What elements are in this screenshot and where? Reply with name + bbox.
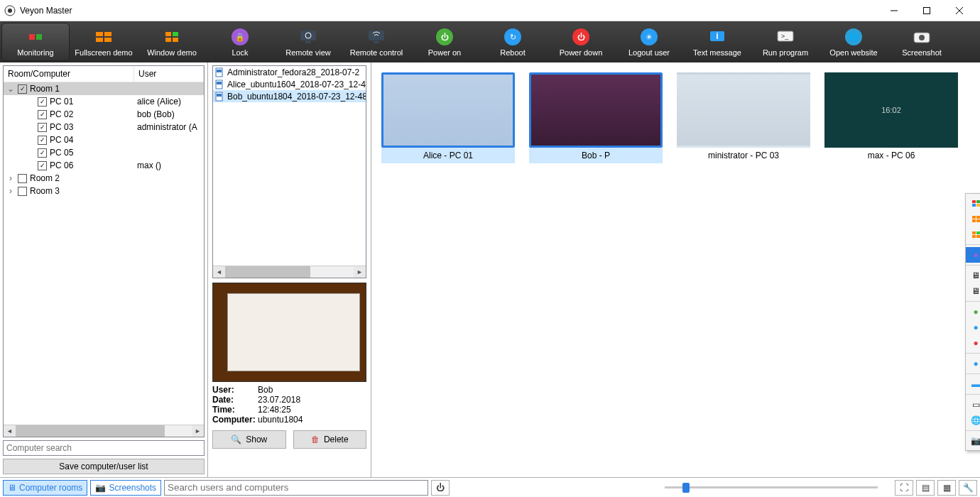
close-button[interactable]: [943, 0, 976, 21]
computer-search-input[interactable]: [3, 440, 205, 456]
tree-room-row[interactable]: ›Room 3: [4, 185, 204, 197]
document-icon: [214, 67, 224, 77]
scroll-right-arrow[interactable]: ►: [354, 266, 366, 278]
svg-rect-20: [217, 82, 222, 84]
screenshot-list-item[interactable]: Bob_ubuntu1804_2018-07-23_12-48: [213, 90, 366, 102]
context-menu-item[interactable]: ●Power on: [966, 304, 980, 320]
context-menu-item[interactable]: ●Lock: [966, 247, 980, 263]
tree-room-row[interactable]: ›Room 2: [4, 172, 204, 185]
tree-pc-row[interactable]: PC 05: [4, 146, 204, 159]
checkbox[interactable]: [38, 148, 47, 158]
auto-fit-button[interactable]: ⛶: [895, 480, 913, 496]
context-menu-icon: 🌐: [970, 415, 980, 425]
tree-row-label: Room 2: [30, 173, 60, 183]
toolbar-remote-view[interactable]: Remote view: [274, 23, 342, 61]
context-menu-icon: ●: [970, 338, 980, 348]
scroll-left-arrow[interactable]: ◄: [213, 266, 225, 278]
toolbar-run-program[interactable]: >_ Run program: [751, 23, 820, 61]
search-users-input[interactable]: [164, 480, 428, 496]
toolbar-remote-control[interactable]: Remote control: [342, 23, 410, 61]
maximize-button[interactable]: [910, 0, 943, 21]
tree-pc-row[interactable]: PC 01alice (Alice): [4, 95, 204, 108]
context-menu-item[interactable]: 📷Screenshot: [966, 433, 980, 449]
app-icon: [4, 5, 16, 16]
toolbar-lock[interactable]: 🔒 Lock: [206, 23, 274, 61]
tree-horizontal-scrollbar[interactable]: ◄ ►: [4, 425, 204, 437]
toolbar-screenshot[interactable]: Screenshot: [888, 23, 956, 61]
context-menu-item[interactable]: 🌐Open website: [966, 413, 980, 428]
context-menu-separator: [966, 265, 980, 266]
zoom-thumb[interactable]: [682, 483, 690, 493]
toolbar-power-on[interactable]: ⏻ Power on: [410, 23, 479, 61]
context-menu-item[interactable]: Fullscreen demo: [966, 211, 980, 226]
toolbar-monitoring[interactable]: Monitoring: [1, 23, 70, 61]
rooms-tree[interactable]: Room/Computer User ⌄Room 1PC 01alice (Al…: [3, 65, 205, 437]
checkbox[interactable]: [38, 97, 47, 106]
tree-pc-row[interactable]: PC 03administrator (A: [4, 121, 204, 133]
svg-point-1: [8, 9, 12, 13]
toolbar-text-message[interactable]: i Text message: [683, 23, 751, 61]
reboot-icon: ↻: [503, 27, 523, 47]
context-menu-item[interactable]: ●Reboot: [966, 320, 980, 335]
screenshots-tab[interactable]: 📷 Screenshots: [90, 480, 161, 496]
checkbox[interactable]: [18, 84, 27, 94]
expander-icon[interactable]: ›: [6, 173, 15, 183]
scroll-thumb[interactable]: [16, 425, 165, 437]
show-screenshot-button[interactable]: 🔍Show: [212, 430, 286, 449]
checkbox[interactable]: [38, 123, 47, 132]
checkbox[interactable]: [38, 161, 47, 170]
scroll-left-arrow[interactable]: ◄: [4, 425, 16, 437]
shot-horizontal-scrollbar[interactable]: ◄ ►: [213, 266, 366, 278]
toolbar-power-down[interactable]: ⏻ Power down: [547, 23, 615, 61]
context-menu-item[interactable]: ●Logout user: [966, 356, 980, 371]
tree-pc-row[interactable]: PC 04: [4, 133, 204, 146]
minimize-button[interactable]: [878, 0, 910, 21]
tree-header-user[interactable]: User: [134, 66, 204, 82]
computers-view[interactable]: Alice - PC 01Bob - Pministrator - PC 031…: [371, 62, 980, 477]
screenshots-list[interactable]: Administrator_fedora28_2018-07-2Alice_ub…: [212, 65, 366, 278]
context-menu-item[interactable]: ●Power down: [966, 335, 980, 351]
computer-thumbnail[interactable]: ministrator - PC 03: [677, 72, 810, 163]
toolbar-logout[interactable]: ☀ Logout user: [615, 23, 683, 61]
screenshot-list-item[interactable]: Alice_ubuntu1604_2018-07-23_12-4: [213, 78, 366, 90]
context-menu-item[interactable]: 🖥Remote control: [966, 283, 980, 299]
expander-icon[interactable]: ⌄: [6, 84, 15, 94]
scroll-thumb[interactable]: [225, 266, 310, 278]
computer-thumbnail[interactable]: Alice - PC 01: [381, 72, 515, 163]
checkbox[interactable]: [38, 110, 47, 119]
power-button[interactable]: ⏻: [431, 480, 450, 496]
monitoring-icon: [26, 27, 45, 47]
context-menu-item[interactable]: ▬Text message: [966, 376, 980, 392]
tree-header-room[interactable]: Room/Computer: [4, 66, 134, 82]
tree-row-user: alice (Alice): [137, 97, 204, 106]
expander-icon[interactable]: ›: [6, 186, 15, 196]
zoom-slider[interactable]: [650, 486, 892, 488]
context-menu-item[interactable]: ▭Run program: [966, 397, 980, 413]
grid-button[interactable]: ▦: [937, 480, 956, 496]
checkbox[interactable]: [18, 174, 27, 183]
settings-button[interactable]: 🔧: [959, 480, 977, 496]
context-menu-item[interactable]: 🖥Remote view: [966, 268, 980, 283]
tree-pc-row[interactable]: PC 02bob (Bob): [4, 108, 204, 121]
toolbar-window-demo[interactable]: Window demo: [138, 23, 206, 61]
tree-row-label: PC 05: [50, 148, 73, 158]
grid-icon: ▦: [943, 483, 951, 493]
checkbox[interactable]: [38, 136, 47, 145]
screenshot-list-item[interactable]: Administrator_fedora28_2018-07-2: [213, 66, 366, 78]
toolbar-fullscreen-demo[interactable]: Fullscreen demo: [70, 23, 138, 61]
tree-room-row[interactable]: ⌄Room 1: [4, 82, 204, 95]
tree-pc-row[interactable]: PC 06max (): [4, 159, 204, 172]
computer-rooms-tab[interactable]: 🖥 Computer rooms: [3, 480, 87, 496]
scroll-right-arrow[interactable]: ►: [192, 425, 204, 437]
computer-thumbnail[interactable]: Bob - P: [529, 72, 663, 163]
context-menu-icon: ●: [970, 322, 980, 332]
toolbar-reboot[interactable]: ↻ Reboot: [479, 23, 547, 61]
align-button[interactable]: ▤: [916, 480, 935, 496]
save-list-button[interactable]: Save computer/user list: [3, 459, 205, 474]
toolbar-open-website[interactable]: 🌐 Open website: [820, 23, 888, 61]
computer-thumbnail[interactable]: 16:02max - PC 06: [824, 72, 958, 163]
context-menu-item[interactable]: Window demo: [966, 226, 980, 242]
context-menu-item[interactable]: Monitoring: [966, 195, 980, 211]
delete-screenshot-button[interactable]: 🗑Delete: [293, 430, 367, 449]
checkbox[interactable]: [18, 187, 27, 196]
